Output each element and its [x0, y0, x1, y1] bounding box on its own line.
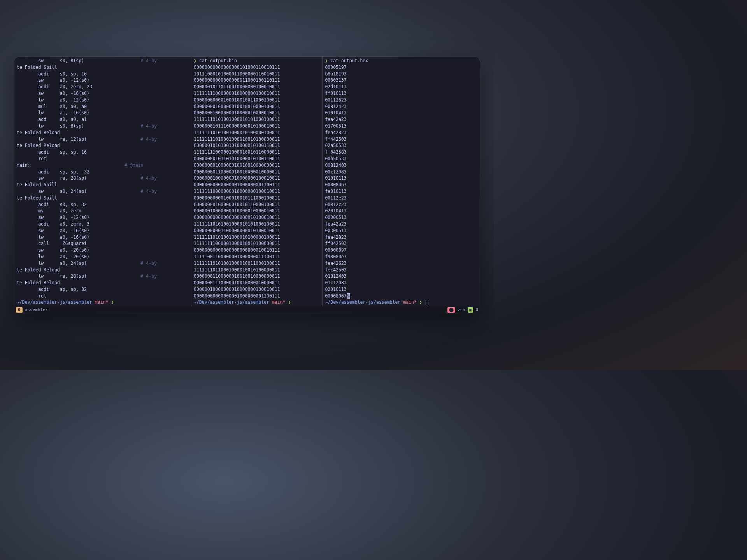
asm-line: mv a0, zero	[14, 208, 191, 214]
pane-mid-bin[interactable]: ❯ cat output.bin000000000000000001010001…	[191, 57, 323, 306]
asm-line: ret	[14, 156, 191, 162]
bin-line: 00000001011100000000010100010011	[191, 123, 322, 130]
bin-line: 11111110110001000010010100000011	[191, 267, 322, 273]
hex-line: 00003137	[323, 77, 480, 84]
hex-line: b8a18193	[323, 71, 480, 77]
asm-line: sw a0, -16(s0)	[14, 90, 191, 97]
bin-line: 00000001110000010010000010000011	[191, 280, 322, 286]
statusbar-left: 0 assembler	[16, 307, 48, 313]
hex-line: ff442503	[323, 136, 480, 143]
asm-line: sw s0, 8(sp) # 4-by	[14, 58, 191, 64]
hex-line: 00812403	[323, 162, 480, 169]
hex-line: 02a50533	[323, 142, 480, 149]
asm-line: addi s0, sp, 16	[14, 71, 191, 77]
user-icon: ⬤	[447, 307, 455, 313]
asm-line: call _Z6squarei	[14, 240, 191, 247]
asm-line: te Folded Spill	[14, 195, 191, 201]
hex-line: 00112623	[323, 97, 480, 103]
asm-line: mul a0, a0, a0	[14, 103, 191, 110]
asm-line: ret	[14, 293, 191, 299]
hex-line: 01c12083	[323, 280, 480, 286]
hex-line: fe010113	[323, 188, 480, 195]
hex-line: 00005197	[323, 64, 480, 71]
bin-line: 00000000000000000011000100110111	[191, 77, 322, 84]
asm-line: lw a0, -12(s0)	[14, 97, 191, 103]
hex-line: ff042503	[323, 240, 480, 247]
hex-line: 00b50533	[323, 156, 480, 162]
asm-line: addi sp, sp, -32	[14, 169, 191, 175]
bin-line: 11111111000001000010010110000011	[191, 149, 322, 156]
bin-line: 11111110000000010000000100010011	[191, 188, 322, 195]
asm-line: sw a0, -20(s0)	[14, 247, 191, 254]
bin-line: 11111001100000001000000011100111	[191, 254, 322, 260]
asm-line: addi s0, sp, 32	[14, 201, 191, 208]
asm-line: lw s0, 24(sp) # 4-by	[14, 260, 191, 267]
status-pane-num: 0	[475, 307, 478, 313]
asm-line: addi sp, sp, 16	[14, 149, 191, 156]
bin-line: 00000010110110010000000100010011	[191, 84, 322, 90]
asm-line: sw s0, 24(sp) # 4-by	[14, 188, 191, 195]
asm-line: lw a1, -16(s0)	[14, 110, 191, 116]
hex-line: 02d10113	[323, 84, 480, 90]
asm-line: lw a0, -20(s0)	[14, 254, 191, 260]
status-window-index: 0	[16, 307, 23, 313]
bin-line: 00000000000000000000010100010011	[191, 214, 322, 221]
pane-container: sw s0, 8(sp) # 4-byte Folded Spill addi …	[14, 57, 480, 306]
asm-line: te Folded Reload	[14, 280, 191, 286]
bin-line: 11111110101001000010101000100011	[191, 221, 322, 228]
asm-line: lw s0, 8(sp) # 4-by	[14, 123, 191, 130]
bin-line: 00000000100000010010010000000011	[191, 162, 322, 169]
bin-line: 00000000000000000101000110010111	[191, 64, 322, 71]
bin-line: 00000000101101010000010100110011	[191, 156, 322, 162]
prompt-mid[interactable]: ~/Dev/assembler-js/assembler main* ❯	[191, 299, 322, 306]
hex-line: 00112e23	[323, 195, 480, 201]
asm-line: sw a0, -12(s0)	[14, 77, 191, 84]
asm-line: add a0, a0, a1	[14, 116, 191, 123]
hex-line: fea42623	[323, 260, 480, 267]
bin-line: 00000010101001010000010100110011	[191, 142, 322, 149]
prompt-right[interactable]: ~/Dev/assembler-js/assembler main* ❯	[323, 299, 480, 306]
pane-icon: ▣	[468, 307, 473, 313]
hex-line: 00c12083	[323, 169, 480, 175]
asm-line: addi sp, sp, 32	[14, 286, 191, 293]
hex-line: 00008067%	[323, 293, 480, 299]
asm-line: te Folded Reload	[14, 267, 191, 273]
bin-line: 11111111010001000010010100000011	[191, 136, 322, 143]
bin-line: 00000000000100010010011000100011	[191, 97, 322, 103]
bin-line: 00000000000100010010111000100011	[191, 195, 322, 201]
asm-line: sw ra, 28(sp) # 4-by	[14, 175, 191, 182]
asm-line: addi a0, zero, 3	[14, 221, 191, 228]
asm-line: te Folded Reload	[14, 130, 191, 136]
asm-line: lw ra, 12(sp) # 4-by	[14, 136, 191, 143]
hex-line: 00000513	[323, 214, 480, 221]
terminal-window: sw s0, 8(sp) # 4-byte Folded Spill addi …	[14, 57, 480, 313]
bin-line: 11111110101001000010011000100011	[191, 260, 322, 267]
hex-line: 00000097	[323, 247, 480, 254]
bin-line: 00000000001100000000010100010011	[191, 228, 322, 234]
hex-line: fea42823	[323, 234, 480, 241]
hex-line: 00812c23	[323, 201, 480, 208]
hex-line: 02010413	[323, 208, 480, 214]
bin-line: 00000010000000010000000100010011	[191, 286, 322, 293]
cursor-icon	[426, 300, 428, 305]
hex-line: 00812423	[323, 103, 480, 110]
asm-line: te Folded Spill	[14, 64, 191, 71]
bin-line: 00000000000000001000000001100111	[191, 182, 322, 188]
status-shell: zsh	[458, 307, 465, 313]
bin-line: 00000010000000010000010000010011	[191, 208, 322, 214]
pane-left-asm[interactable]: sw s0, 8(sp) # 4-byte Folded Spill addi …	[14, 57, 191, 306]
pane-right-hex[interactable]: ❯ cat output.hex00005197b8a1819300003137…	[323, 57, 480, 306]
prompt-left[interactable]: ~/Dev/assembler-js/assembler main* ❯	[14, 299, 191, 306]
cmd-cat-bin: ❯ cat output.bin	[191, 58, 322, 64]
bin-line: 10111000101000011000000110010011	[191, 71, 322, 77]
asm-line: lw a0, -16(s0)	[14, 234, 191, 241]
asm-line: main: # @main	[14, 162, 191, 169]
bin-line: 00000000000000001000000001100111	[191, 293, 322, 299]
tmux-statusbar: 0 assembler ⬤ zsh ▣ 0	[14, 306, 480, 313]
hex-line: fec42503	[323, 267, 480, 273]
asm-line: addi a0, zero, 23	[14, 84, 191, 90]
hex-line: 00300513	[323, 228, 480, 234]
hex-line: 00008067	[323, 182, 480, 188]
bin-line: 00000001100000010010010000000011	[191, 273, 322, 280]
hex-line: 02010113	[323, 286, 480, 293]
